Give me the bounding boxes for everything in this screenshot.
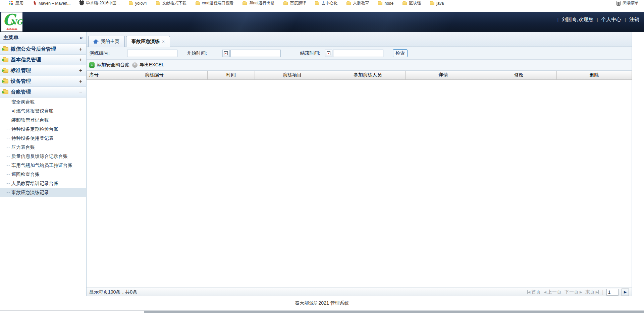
tree-connector-icon — [6, 153, 10, 156]
column-header-time[interactable]: 时间 — [207, 71, 255, 79]
sidebar-group-wechat[interactable]: 微信公众号后台管理 + — [0, 44, 86, 55]
sidebar-item-emergency-drill[interactable]: 事故应急演练记录 — [0, 188, 86, 197]
bookmark-cmd[interactable]: cmd进程端口查看 — [196, 0, 234, 6]
bookmark-jfinal[interactable]: Jfinal运行出错 — [243, 0, 274, 6]
bookmarks-bar: 应用 Maven – Maven... 学术猫-2016中国... yolov4… — [0, 0, 644, 12]
pagination-controls: ◀ 首页 ◀ 上一页 下一页 ▶ 末页 ▶ | — [527, 289, 632, 296]
bookmark-dapeng[interactable]: 大鹏教育 — [346, 0, 369, 6]
folder-icon — [243, 2, 247, 5]
sidebar-item-gas-alarm[interactable]: 可燃气体报警仪台账 — [0, 107, 86, 116]
main-row: 主菜单 « 微信公众号后台管理 + 基本信息管理 + 标准管理 + 设备管理 — [0, 32, 644, 296]
bookmark-label: 去中心化 — [321, 0, 337, 6]
add-icon: + — [89, 62, 95, 68]
bookmark-maven[interactable]: Maven – Maven... — [33, 0, 70, 6]
sidebar-item-pressure-gauge[interactable]: 压力表台账 — [0, 143, 86, 152]
bookmark-xueshumao[interactable]: 学术猫-2016中国... — [79, 0, 120, 6]
folder-icon — [129, 2, 133, 5]
reading-list-button[interactable]: 阅读清单 — [616, 0, 639, 6]
page: 应用 Maven – Maven... 学术猫-2016中国... yolov4… — [0, 0, 644, 313]
sidebar-group-standard[interactable]: 标准管理 + — [0, 65, 86, 76]
next-page-label: 下一页 — [565, 289, 579, 295]
tab-emergency-drill[interactable]: 事故应急演练 × — [126, 36, 170, 47]
column-header-drill-no[interactable]: 演练编号 — [101, 71, 207, 79]
sidebar-item-quality-feedback[interactable]: 质量信息反馈综合记录台账 — [0, 152, 86, 161]
prev-page-button[interactable]: ◀ 上一页 — [544, 289, 561, 295]
start-time-input[interactable] — [230, 50, 281, 57]
sidebar-item-label: 安全阀台账 — [11, 99, 35, 105]
tab-my-home[interactable]: 我的主页 — [88, 36, 125, 47]
bookmark-baidufanyi[interactable]: 百度翻译 — [283, 0, 306, 6]
tree-connector-icon — [6, 99, 10, 102]
sidebar-empty-area — [0, 197, 86, 296]
sidebar-item-patrol-inspection[interactable]: 巡回检查台账 — [0, 170, 86, 179]
bookmark-label: yolov4 — [135, 1, 147, 6]
end-time-input[interactable] — [333, 50, 383, 57]
end-date-picker-button[interactable] — [325, 50, 332, 57]
sidebar-item-special-equipment-usage[interactable]: 特种设备使用登记表 — [0, 134, 86, 143]
column-header-edit[interactable]: 修改 — [481, 71, 557, 79]
logout-link[interactable]: 注销 — [629, 16, 639, 23]
sidebar-group-basicinfo[interactable]: 基本信息管理 + — [0, 55, 86, 65]
prev-page-label: 上一页 — [547, 289, 561, 295]
start-time-label: 开始时间: — [187, 50, 207, 56]
bookmark-label: 百度翻译 — [290, 0, 306, 6]
footer-text: 奉天能源© 2021 管理系统 — [295, 300, 349, 306]
tree-connector-icon — [6, 126, 10, 129]
next-page-button[interactable]: 下一页 ▶ — [565, 289, 582, 295]
last-page-button[interactable]: 末页 ▶ — [585, 289, 599, 295]
folder-arrow-icon — [3, 90, 8, 94]
pagination-separator: | — [602, 290, 603, 295]
drill-no-label: 演练编号: — [90, 50, 110, 56]
sidebar: 主菜单 « 微信公众号后台管理 + 基本信息管理 + 标准管理 + 设备管理 — [0, 32, 87, 296]
expand-icon[interactable]: + — [79, 57, 82, 63]
bookmark-qukuailian[interactable]: 区块链 — [402, 0, 421, 6]
sidebar-group-equipment[interactable]: 设备管理 + — [0, 76, 86, 87]
expand-icon[interactable]: + — [79, 68, 82, 74]
bookmark-label: 应用 — [15, 0, 23, 6]
export-excel-button[interactable]: * 导出EXCEL — [132, 62, 164, 68]
sidebar-item-training-record[interactable]: 人员教育培训记录台账 — [0, 179, 86, 188]
expand-icon[interactable]: + — [79, 46, 82, 52]
sidebar-item-label: 巡回检查台账 — [11, 172, 40, 178]
search-button[interactable]: 检索 — [393, 49, 408, 57]
tree-connector-icon — [6, 117, 10, 120]
bookmark-label: Jfinal运行出错 — [249, 0, 274, 6]
start-date-picker-button[interactable] — [222, 50, 230, 57]
sidebar-item-label: 质量信息反馈综合记录台账 — [11, 153, 68, 160]
bookmark-apps[interactable]: 应用 — [9, 0, 23, 6]
prev-page-icon: ◀ — [544, 290, 546, 294]
column-header-detail[interactable]: 详情 — [406, 71, 481, 79]
bookmark-quzhongxinhua[interactable]: 去中心化 — [315, 0, 337, 6]
expand-icon[interactable]: + — [79, 78, 82, 84]
sidebar-collapse-icon[interactable]: « — [80, 35, 83, 41]
sidebar-item-staff-certificate[interactable]: 车用气瓶加气站员工持证台账 — [0, 161, 86, 170]
column-header-participants[interactable]: 参加演练人员 — [330, 71, 406, 79]
bookmark-java[interactable]: java — [430, 0, 444, 6]
drill-no-input[interactable] — [127, 50, 177, 57]
profile-link[interactable]: 个人中心 — [601, 16, 622, 23]
sidebar-item-hose-register[interactable]: 装卸软管登记台账 — [0, 116, 86, 125]
column-header-drill-project[interactable]: 演练项目 — [255, 71, 330, 79]
folder-icon — [196, 2, 200, 5]
bookmark-label: 文献格式下载 — [162, 0, 186, 6]
bookmark-wenxian[interactable]: 文献格式下载 — [156, 0, 186, 6]
bookmark-label: 学术猫-2016中国... — [86, 0, 120, 6]
collapse-minus-icon[interactable]: − — [79, 89, 82, 95]
sidebar-title-bar: 主菜单 « — [0, 32, 86, 44]
site-footer: 奉天能源© 2021 管理系统 — [0, 296, 644, 310]
close-icon[interactable]: × — [162, 39, 165, 44]
column-header-delete[interactable]: 删除 — [557, 71, 632, 79]
header-user-area: | 刘国奇,欢迎您 | 个人中心 | 注销 — [557, 12, 639, 27]
sidebar-group-ledger[interactable]: 台账管理 − — [0, 87, 86, 98]
pagination-summary: 显示每页100条，共0条 — [87, 289, 527, 295]
go-to-page-button[interactable]: ▶ — [622, 289, 629, 296]
add-record-button[interactable]: + 添加安全阀台账 — [89, 62, 129, 68]
sidebar-item-safety-valve[interactable]: 安全阀台账 — [0, 98, 86, 107]
column-header-index[interactable]: 序号 — [87, 71, 101, 79]
sidebar-item-special-equipment-inspection[interactable]: 特种设备定期检验台账 — [0, 125, 86, 134]
first-page-button[interactable]: ◀ 首页 — [527, 289, 541, 295]
bookmark-yolov4[interactable]: yolov4 — [129, 0, 147, 6]
bookmark-node[interactable]: node — [378, 0, 393, 6]
page-number-input[interactable] — [606, 289, 619, 296]
sidebar-item-label: 可燃气体报警仪台账 — [11, 108, 54, 114]
